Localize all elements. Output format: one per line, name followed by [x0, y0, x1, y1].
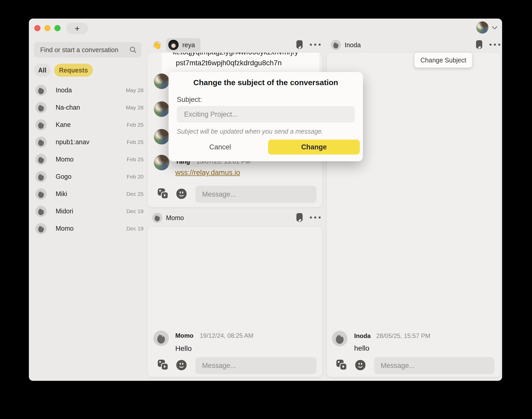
conversation-date: Dec 19 [126, 208, 144, 214]
relay-link[interactable]: wss://relay.damus.io [175, 168, 240, 177]
conversation-date: Feb 25 [127, 139, 144, 145]
conversation-list: Inoda May 28 Na-chan May 28 Kane Feb 25 … [34, 82, 144, 237]
list-item[interactable]: npub1:anav Feb 25 [34, 133, 144, 151]
list-item[interactable]: Momo Feb 25 [34, 151, 144, 168]
list-item[interactable]: Na-chan May 28 [34, 99, 144, 116]
message-timestamp: 19/12/24, 08:25 AM [200, 332, 253, 339]
search-icon [129, 46, 137, 54]
conversation-date: Dec 25 [126, 191, 144, 197]
change-subject-icon[interactable] [296, 40, 303, 49]
avatar [35, 188, 47, 200]
message-input[interactable] [202, 361, 317, 370]
conversation-name: npub1:anav [56, 138, 89, 146]
conversation-name: Kane [56, 121, 71, 128]
message-text: Hello [175, 344, 192, 353]
avatar [168, 40, 179, 50]
chat-panel-momo: Momo 19/12/24, 08:25 AM Hello [147, 227, 322, 377]
chat-title: Inoda [345, 41, 361, 49]
change-subject-dialog: Change the subject of the conversation S… [169, 72, 363, 161]
subject-field[interactable] [177, 106, 355, 123]
close-window-button[interactable] [34, 25, 40, 31]
media-picker-icon[interactable] [157, 359, 169, 370]
conversation-name: Gogo [56, 173, 71, 180]
avatar [332, 331, 347, 346]
chat-header-momo: Momo [152, 211, 184, 224]
avatar [154, 129, 169, 144]
avatar [154, 155, 169, 170]
change-button[interactable]: Change [268, 140, 360, 155]
message-sender: Inoda [354, 332, 371, 340]
list-item[interactable]: Miki Dec 25 [34, 185, 144, 203]
more-options-icon[interactable] [310, 44, 321, 46]
list-item[interactable]: Momo Dec 19 [34, 220, 144, 237]
change-subject-icon[interactable] [296, 213, 303, 222]
emoji-icon[interactable] [355, 360, 365, 370]
account-menu[interactable] [476, 21, 498, 34]
search-input[interactable] [40, 46, 129, 54]
message-input-reya[interactable] [195, 186, 317, 203]
conversation-date: Dec 19 [126, 225, 144, 232]
message-input-inoda[interactable] [374, 357, 494, 374]
conversation-date: Feb 20 [127, 174, 144, 180]
search-conversation-field[interactable] [34, 42, 142, 58]
media-picker-icon[interactable] [336, 359, 347, 370]
media-picker-icon[interactable] [157, 188, 169, 199]
conversation-date: Feb 25 [127, 156, 144, 163]
zoom-window-button[interactable] [54, 25, 61, 31]
minimize-window-button[interactable] [44, 25, 51, 31]
more-options-icon[interactable] [489, 44, 500, 46]
new-chat-button[interactable]: + [66, 23, 88, 34]
message-input-momo[interactable] [195, 357, 317, 374]
dialog-title: Change the subject of the conversation [169, 78, 363, 87]
list-item[interactable]: Gogo Feb 20 [34, 168, 144, 185]
filter-all[interactable]: All [34, 64, 51, 77]
avatar [35, 102, 47, 113]
emoji-icon[interactable] [176, 189, 187, 199]
app-window: + All Requests Inoda May 28 Na-chan [29, 19, 502, 381]
cancel-button[interactable]: Cancel [200, 140, 241, 155]
conversation-name: Na-chan [56, 104, 80, 111]
message-text: hello [354, 344, 369, 352]
chat-header-reya: 👋 reya [152, 38, 201, 52]
avatar [152, 213, 162, 223]
npub-line-clipped: ket6qjyqtmpag2lygh4wf666ykzxnvmrjry [173, 53, 298, 56]
avatar [35, 223, 47, 234]
message-input[interactable] [380, 361, 494, 370]
conversation-name: Miki [56, 190, 67, 198]
chat-title: Momo [166, 214, 184, 222]
npub-line: pst7mta2t6wpjh0qfzkdrdgu8ch7n [176, 59, 282, 67]
conversation-name: Inoda [56, 86, 72, 94]
message-timestamp: 28/05/25, 15:57 PM [376, 332, 430, 340]
emoji-icon[interactable] [176, 360, 187, 370]
avatar [154, 101, 169, 117]
change-subject-icon[interactable] [476, 40, 483, 49]
user-avatar[interactable] [476, 21, 488, 34]
avatar [153, 331, 169, 346]
peer-pill-reya[interactable]: reya [166, 38, 201, 52]
list-item[interactable]: Kane Feb 25 [34, 116, 144, 133]
chat-title: reya [182, 41, 195, 49]
subject-hint: Subject will be updated when you send a … [177, 128, 323, 135]
message-sender: Momo [175, 332, 194, 339]
avatar [35, 154, 47, 165]
conversation-date: May 28 [126, 104, 144, 111]
list-item[interactable]: Midori Dec 19 [34, 203, 144, 220]
message-input[interactable] [202, 190, 317, 199]
more-options-icon[interactable] [310, 216, 321, 219]
avatar [35, 171, 47, 182]
chevron-down-icon [492, 26, 498, 30]
wave-icon: 👋 [152, 41, 162, 50]
list-item[interactable]: Inoda May 28 [34, 82, 144, 99]
conversation-date: May 28 [126, 87, 144, 93]
conversation-name: Momo [56, 225, 73, 232]
filter-requests[interactable]: Requests [54, 64, 93, 77]
subject-label: Subject: [177, 96, 202, 104]
avatar [35, 136, 47, 148]
chat-header-inoda: Inoda [331, 38, 361, 52]
avatar [35, 85, 47, 96]
avatar [154, 74, 169, 89]
conversation-name: Momo [56, 156, 73, 163]
subject-input[interactable] [184, 110, 355, 119]
conversation-date: Feb 25 [127, 122, 144, 128]
avatar [35, 119, 47, 131]
